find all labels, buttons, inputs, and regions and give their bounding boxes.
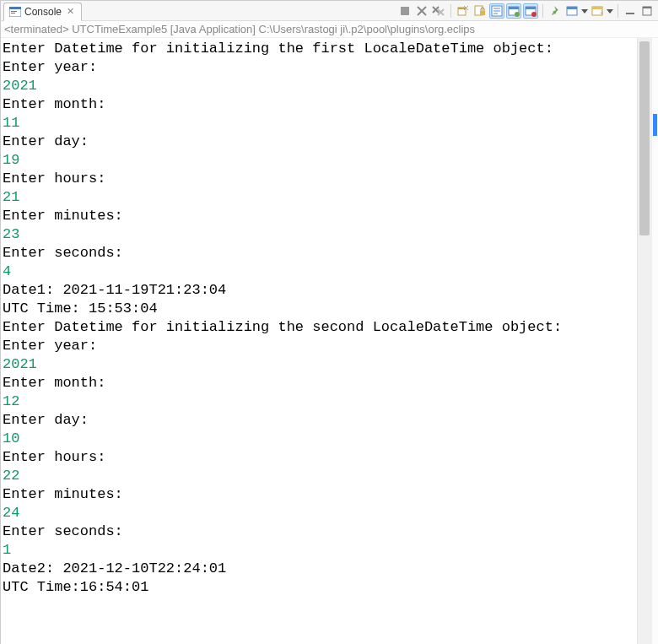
stdin-line: 21 <box>3 188 635 207</box>
word-wrap-button[interactable] <box>489 3 504 19</box>
stdout-line: Enter day: <box>3 133 635 151</box>
separator <box>542 4 543 18</box>
show-on-stderr-icon <box>525 5 537 17</box>
clear-console-button[interactable] <box>456 3 471 19</box>
svg-rect-22 <box>509 7 519 9</box>
stdout-line: Enter month: <box>3 374 635 392</box>
vertical-scrollbar[interactable] <box>637 38 651 644</box>
toolbar: + <box>397 3 658 19</box>
pin-console-button[interactable] <box>547 3 563 19</box>
show-on-stdout-button[interactable] <box>506 3 521 19</box>
svg-rect-16 <box>480 11 485 15</box>
terminate-icon <box>400 6 410 16</box>
scroll-lock-icon <box>474 5 486 17</box>
console-icon <box>9 7 21 17</box>
tab-bar: Console ✕ <box>1 1 82 21</box>
stdout-line: Enter minutes: <box>3 207 635 225</box>
svg-marker-29 <box>581 9 588 14</box>
scrollbar-thumb[interactable] <box>639 41 650 235</box>
stdout-line: Date2: 2021-12-10T22:24:01 <box>3 560 635 578</box>
separator <box>450 4 451 18</box>
stdin-line: 2021 <box>3 77 635 95</box>
terminate-button[interactable] <box>397 3 413 19</box>
dropdown-caret-icon[interactable] <box>607 8 613 14</box>
minimize-button[interactable] <box>623 3 638 19</box>
stdin-line: 10 <box>3 430 635 448</box>
stdout-line: Enter seconds: <box>3 522 635 541</box>
open-console-icon: + <box>591 5 603 17</box>
clear-console-icon <box>457 5 469 17</box>
stdin-line: 22 <box>3 467 635 485</box>
tab-label: Console <box>24 6 62 18</box>
show-on-stderr-button[interactable] <box>523 3 538 19</box>
svg-rect-25 <box>526 7 536 9</box>
display-selected-console-icon <box>566 5 578 17</box>
svg-marker-33 <box>607 9 613 14</box>
stdout-line: Enter month: <box>3 95 635 114</box>
remove-launch-button[interactable] <box>414 3 429 19</box>
stdout-line: Date1: 2021-11-19T21:23:04 <box>3 281 635 300</box>
stdin-line: 1 <box>3 541 635 560</box>
maximize-button[interactable] <box>639 3 655 19</box>
svg-rect-36 <box>643 7 651 8</box>
stdout-line: UTC Time:16:54:01 <box>3 578 635 597</box>
launch-status: <terminated> UTCTimeExample5 [Java Appli… <box>1 21 658 38</box>
show-on-stdout-icon <box>508 5 520 17</box>
view-header: Console ✕ <box>1 1 658 21</box>
stdin-line: 23 <box>3 225 635 244</box>
pin-console-icon <box>549 5 561 17</box>
svg-rect-3 <box>11 13 15 14</box>
stdout-line: Enter hours: <box>3 448 635 467</box>
svg-text:+: + <box>600 9 603 17</box>
overview-mark <box>653 114 657 136</box>
separator <box>618 4 618 18</box>
svg-rect-34 <box>626 13 634 14</box>
stdout-line: Enter year: <box>3 337 635 355</box>
minimize-icon <box>625 6 635 16</box>
stdout-line: Enter hours: <box>3 170 635 188</box>
svg-point-26 <box>531 12 537 17</box>
stdin-line: 12 <box>3 392 635 411</box>
stdin-line: 2021 <box>3 355 635 374</box>
stdout-line: Enter seconds: <box>3 244 635 262</box>
svg-rect-4 <box>401 7 409 15</box>
stdout-line: Enter minutes: <box>3 485 635 504</box>
stdin-line: 4 <box>3 262 635 281</box>
stdout-line: Enter year: <box>3 58 635 77</box>
stdout-line: Enter day: <box>3 411 635 430</box>
open-console-button[interactable]: + <box>590 3 605 19</box>
display-selected-console-button[interactable] <box>564 3 580 19</box>
overview-ruler <box>651 38 658 644</box>
stdin-line: 19 <box>3 151 635 170</box>
stdout-line: Enter Datetime for initializing the firs… <box>3 40 635 58</box>
svg-rect-28 <box>567 7 577 9</box>
stdout-line: UTC Time: 15:53:04 <box>3 300 635 318</box>
remove-all-terminated-button[interactable] <box>431 3 446 19</box>
dropdown-caret-icon[interactable] <box>581 8 588 14</box>
remove-launch-icon <box>416 5 428 17</box>
tab-console[interactable]: Console ✕ <box>3 3 82 21</box>
word-wrap-icon <box>491 5 503 17</box>
remove-all-terminated-icon <box>432 5 445 17</box>
stdout-line: Enter Datetime for initializing the seco… <box>3 318 635 337</box>
svg-point-23 <box>515 12 520 17</box>
close-icon[interactable]: ✕ <box>65 7 76 16</box>
console-area: Enter Datetime for initializing the firs… <box>1 38 658 644</box>
console-output[interactable]: Enter Datetime for initializing the firs… <box>1 38 637 644</box>
svg-rect-1 <box>9 7 21 9</box>
scroll-lock-button[interactable] <box>472 3 488 19</box>
maximize-icon <box>642 6 652 16</box>
stdin-line: 11 <box>3 114 635 133</box>
stdin-line: 24 <box>3 504 635 522</box>
svg-rect-2 <box>11 11 17 12</box>
